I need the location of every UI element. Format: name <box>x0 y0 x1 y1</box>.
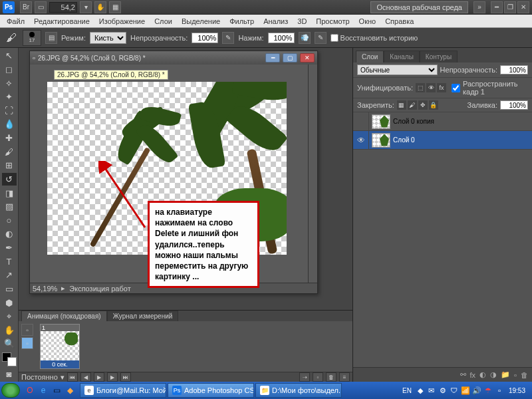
unify-position-icon[interactable]: ⬚ <box>416 83 425 92</box>
hand-icon[interactable]: ✋ <box>94 1 106 13</box>
opacity-input[interactable] <box>192 33 218 43</box>
play-icon[interactable]: ▶ <box>94 372 104 382</box>
workspace-switcher[interactable]: Основная рабочая среда <box>370 1 468 13</box>
brush-panel-icon[interactable]: ▤ <box>45 32 57 44</box>
lasso-tool[interactable]: ⟡ <box>2 76 17 90</box>
layer-mask-icon[interactable]: ◐ <box>479 370 486 379</box>
new-frame-icon[interactable]: ▫ <box>313 372 323 382</box>
unify-visibility-icon[interactable]: 👁 <box>426 83 436 92</box>
anim-icon-2[interactable]: ▫ <box>21 337 33 349</box>
anim-icon-1[interactable]: ▫ <box>21 324 33 336</box>
document-titlebar[interactable]: ▫ 26.JPG @ 54,2% (Слой 0, RGB/8) * ━ ▢ ✕ <box>30 51 317 65</box>
timeline-mode-icon[interactable]: ≡ <box>339 372 350 382</box>
hand-tool[interactable]: ✋ <box>2 324 17 337</box>
path-tool[interactable]: ↗ <box>2 269 17 282</box>
window-restore-icon[interactable]: ❐ <box>504 1 516 13</box>
marquee-tool[interactable]: ◻ <box>2 63 17 76</box>
restore-history-checkbox[interactable] <box>331 34 338 42</box>
menu-file[interactable]: Файл <box>3 16 29 27</box>
tab-layers[interactable]: Слои <box>356 51 384 63</box>
menu-filter[interactable]: Фильтр <box>225 16 258 27</box>
launch-bridge-icon[interactable]: Br <box>20 1 32 13</box>
taskbar-task[interactable]: PsAdobe Photoshop CS... <box>168 383 254 398</box>
menu-view[interactable]: Просмотр <box>312 16 353 27</box>
tray-icon[interactable]: 🔊 <box>472 386 481 395</box>
current-tool-icon[interactable]: 🖌 <box>4 31 19 45</box>
layer-group-icon[interactable]: 📁 <box>501 370 510 379</box>
doc-minimize-icon[interactable]: ━ <box>265 53 280 63</box>
menu-window[interactable]: Окно <box>355 16 380 27</box>
pen-tool[interactable]: ✒ <box>2 241 17 255</box>
heal-tool[interactable]: ✚ <box>2 132 17 145</box>
eraser-tool[interactable]: ◨ <box>2 186 17 200</box>
window-minimize-icon[interactable]: ━ <box>491 1 503 13</box>
layer-row[interactable]: Слой 0 копия <box>353 112 532 131</box>
new-layer-icon[interactable]: ▫ <box>514 371 517 379</box>
airbrush-icon[interactable]: 💨 <box>299 32 311 44</box>
tray-icon[interactable]: ▫ <box>495 386 504 395</box>
expand-icon[interactable]: » <box>473 1 485 13</box>
unify-style-icon[interactable]: fx <box>437 83 446 92</box>
arrange-icon[interactable]: ▦ <box>109 1 121 13</box>
tray-icon[interactable]: ◆ <box>416 386 425 395</box>
layer-name[interactable]: Слой 0 копия <box>393 118 532 125</box>
tray-icon[interactable]: 🛡 <box>450 386 459 395</box>
menu-select[interactable]: Выделение <box>178 16 224 27</box>
tray-antivirus-icon[interactable]: ☂ <box>483 386 493 395</box>
layer-row[interactable]: 👁 Слой 0 <box>353 131 532 150</box>
tab-channels[interactable]: Каналы <box>384 51 420 63</box>
loop-select[interactable]: Постоянно <box>21 373 58 381</box>
doc-maximize-icon[interactable]: ▢ <box>283 53 297 63</box>
flow-input[interactable] <box>268 33 295 43</box>
layer-opacity-input[interactable] <box>500 65 528 74</box>
gradient-tool[interactable]: ▨ <box>2 200 17 213</box>
shape-tool[interactable]: ▭ <box>2 283 17 296</box>
blur-tool[interactable]: ○ <box>2 214 17 227</box>
layer-thumbnail[interactable] <box>372 133 390 148</box>
chevron-down-icon[interactable]: ▾ <box>61 373 65 382</box>
brush-tool[interactable]: 🖌 <box>2 145 17 158</box>
blend-mode-select[interactable]: Кисть <box>90 32 126 44</box>
next-frame-icon[interactable]: ▶ <box>107 372 118 382</box>
adjustment-layer-icon[interactable]: ◑ <box>490 370 497 379</box>
eyedropper-tool[interactable]: 💧 <box>2 118 17 131</box>
fill-input[interactable] <box>500 100 528 110</box>
menu-3d[interactable]: 3D <box>293 16 311 27</box>
taskbar-task[interactable]: 📁D:\Мои фото\выдел... <box>255 383 342 398</box>
tray-icon[interactable]: ⚙ <box>438 386 448 395</box>
opacity-pressure-icon[interactable]: ✎ <box>222 32 234 44</box>
blend-mode-select[interactable]: Обычные <box>357 65 438 75</box>
doc-info-icon[interactable]: ▸ <box>61 284 65 293</box>
delete-frame-icon[interactable]: 🗑 <box>326 372 336 382</box>
propagate-checkbox[interactable] <box>452 84 460 92</box>
type-tool[interactable]: T <box>2 255 17 268</box>
3d-camera-tool[interactable]: ⌖ <box>2 310 17 323</box>
ql-desktop-icon[interactable]: ▭ <box>51 384 63 396</box>
tween-icon[interactable]: ⇢ <box>299 372 310 382</box>
link-layers-icon[interactable]: ⚯ <box>460 370 466 379</box>
tray-icon[interactable]: 📶 <box>461 386 470 395</box>
lock-pixels-icon[interactable]: 🖌 <box>408 100 417 110</box>
animation-frame[interactable]: 1 0 сек. <box>40 324 80 369</box>
menu-edit[interactable]: Редактирование <box>30 16 94 27</box>
brush-preview[interactable]: 17 <box>23 30 41 46</box>
tab-measurement-log[interactable]: Журнал измерений <box>107 311 179 321</box>
quickmask-icon[interactable]: ◙ <box>2 367 17 380</box>
ql-opera-icon[interactable]: O <box>24 384 36 396</box>
clock[interactable]: 19:53 <box>506 387 528 394</box>
layer-fx-icon[interactable]: fx <box>470 371 476 379</box>
start-button[interactable] <box>1 383 20 398</box>
window-close-icon[interactable]: ✕ <box>517 1 529 13</box>
zoom-dropdown-icon[interactable]: ▾ <box>80 1 92 13</box>
taskbar-task[interactable]: eБлоги@Mail.Ru: Мой ... <box>80 383 166 398</box>
stamp-tool[interactable]: ⊞ <box>2 159 17 172</box>
ql-app-icon[interactable]: ◆ <box>64 384 76 396</box>
screen-mode-icon[interactable]: ▭ <box>35 1 47 13</box>
move-tool[interactable]: ↖ <box>2 49 17 63</box>
last-frame-icon[interactable]: ⏭ <box>120 372 131 382</box>
vertical-scrollbar[interactable] <box>308 65 317 283</box>
dodge-tool[interactable]: ◐ <box>2 227 17 241</box>
3d-tool[interactable]: ⬢ <box>2 296 17 309</box>
color-swatches[interactable] <box>2 352 17 367</box>
first-frame-icon[interactable]: ⏮ <box>67 372 78 382</box>
